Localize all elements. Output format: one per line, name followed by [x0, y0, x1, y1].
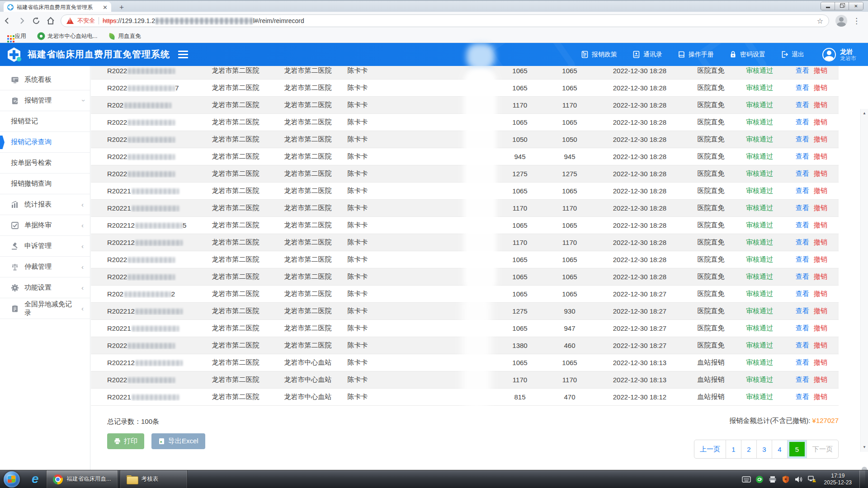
- export-excel-button[interactable]: x 导出Excel: [151, 433, 205, 449]
- revoke-link[interactable]: 撤销: [814, 84, 827, 91]
- view-link[interactable]: 查看: [796, 187, 809, 194]
- table-row[interactable]: R202212 龙岩市第二医院 龙岩市第二医院 陈卡卡 1170 1170 20…: [91, 234, 839, 251]
- restore-button[interactable]: [835, 2, 849, 10]
- pagination-prev[interactable]: 上一页: [694, 440, 726, 458]
- sidebar-item-arbitration[interactable]: 仲裁管理 ‹: [0, 257, 90, 277]
- pagination-next[interactable]: 下一页: [807, 440, 838, 458]
- volume-icon[interactable]: [794, 475, 803, 484]
- revoke-link[interactable]: 撤销: [814, 66, 827, 74]
- table-row[interactable]: R2022 龙岩市第二医院 龙岩市第二医院 陈卡卡 1050 1050 2022…: [91, 131, 839, 148]
- revoke-link[interactable]: 撤销: [814, 307, 827, 314]
- browser-menu-icon[interactable]: ⋮: [853, 16, 860, 26]
- sidebar-item-settings[interactable]: 功能设置 ‹: [0, 277, 90, 298]
- revoke-link[interactable]: 撤销: [814, 324, 827, 332]
- view-link[interactable]: 查看: [796, 358, 809, 366]
- minimize-button[interactable]: [821, 2, 835, 10]
- revoke-link[interactable]: 撤销: [814, 393, 827, 400]
- pagination-page-4[interactable]: 4: [772, 440, 788, 458]
- internet-explorer-icon[interactable]: e: [32, 472, 39, 486]
- table-row[interactable]: R2022 龙岩市第二医院 龙岩市第二医院 陈卡卡 1065 1065 2022…: [91, 268, 839, 286]
- table-row[interactable]: R2022 龙岩市第二医院 龙岩市第二医院 陈卡卡 945 945 2022-1…: [91, 148, 839, 165]
- view-link[interactable]: 查看: [796, 307, 809, 314]
- scroll-down-icon[interactable]: ▼: [861, 444, 868, 451]
- view-link[interactable]: 查看: [796, 152, 809, 160]
- printer-tray-icon[interactable]: [768, 475, 777, 484]
- pagination-page-5-active[interactable]: 5: [788, 440, 807, 458]
- security-shield-icon[interactable]: [781, 475, 790, 484]
- revoke-link[interactable]: 撤销: [814, 204, 827, 211]
- table-row[interactable]: R202212 龙岩市第二医院 龙岩市第二医院 陈卡卡 1275 930 202…: [91, 303, 839, 320]
- table-row[interactable]: R2022 龙岩市第二医院 龙岩市第二医院 陈卡卡 1065 1065 2022…: [91, 114, 839, 131]
- table-row[interactable]: R2022 龙岩市第二医院 龙岩市第二医院 陈卡卡 1065 1065 2022…: [91, 251, 839, 268]
- task-folder-window[interactable]: 考核表: [120, 470, 188, 488]
- revoke-link[interactable]: 撤销: [814, 375, 827, 383]
- security-warning-label[interactable]: 不安全: [77, 17, 95, 25]
- table-row[interactable]: R202212 龙岩市第二医院 龙岩市中心血站 陈卡卡 1065 1065 20…: [91, 354, 839, 371]
- keyboard-icon[interactable]: [742, 475, 751, 484]
- table-row[interactable]: R20221 龙岩市第二医院 龙岩市第二医院 陈卡卡 1065 1065 202…: [91, 183, 839, 200]
- nav-manual[interactable]: 操作手册: [678, 51, 714, 59]
- table-row[interactable]: R2022 龙岩市第二医院 龙岩市第二医院 陈卡卡 1275 1275 2022…: [91, 165, 839, 183]
- revoke-link[interactable]: 撤销: [814, 118, 827, 126]
- network-warning-icon[interactable]: !: [807, 475, 816, 484]
- revoke-link[interactable]: 撤销: [814, 341, 827, 349]
- revoke-link[interactable]: 撤销: [814, 221, 827, 229]
- show-desktop-button[interactable]: [859, 470, 865, 488]
- revoke-link[interactable]: 撤销: [814, 101, 827, 108]
- view-link[interactable]: 查看: [796, 101, 809, 108]
- pagination-page-1[interactable]: 1: [726, 440, 741, 458]
- revoke-link[interactable]: 撤销: [814, 135, 827, 143]
- browser-profile-icon[interactable]: [835, 15, 847, 27]
- back-icon[interactable]: [0, 14, 14, 28]
- view-link[interactable]: 查看: [796, 272, 809, 280]
- bookmark-blood-station[interactable]: 龙岩市中心血站电...: [38, 33, 97, 40]
- nav-contacts[interactable]: 通讯录: [632, 51, 662, 59]
- pagination-page-3[interactable]: 3: [757, 440, 772, 458]
- table-row[interactable]: R2022 龙岩市第二医院 龙岩市第二医院 陈卡卡 1065 1065 2022…: [91, 66, 839, 80]
- print-button[interactable]: 打印: [107, 433, 144, 449]
- home-icon[interactable]: [43, 14, 58, 28]
- nav-logout[interactable]: 退出: [781, 51, 804, 59]
- start-button[interactable]: [4, 471, 20, 488]
- view-link[interactable]: 查看: [796, 290, 809, 297]
- new-tab-button[interactable]: ＋: [116, 3, 127, 12]
- tab-close-icon[interactable]: ✕: [103, 4, 108, 11]
- revoke-link[interactable]: 撤销: [814, 169, 827, 177]
- browser-tab[interactable]: 福建省临床用血费用直免管理系 ✕: [4, 2, 111, 13]
- task-chrome-window[interactable]: 福建省临床用血...: [46, 470, 118, 488]
- pagination-page-2[interactable]: 2: [741, 440, 757, 458]
- view-link[interactable]: 查看: [796, 375, 809, 383]
- view-link[interactable]: 查看: [796, 135, 809, 143]
- table-row[interactable]: R20221 龙岩市第二医院 龙岩市第二医院 陈卡卡 1065 947 2022…: [91, 320, 839, 337]
- nav-reimburse-policy[interactable]: 报销政策: [581, 51, 617, 59]
- table-row[interactable]: R202 龙岩市第二医院 龙岩市第二医院 陈卡卡 1170 1170 2022-…: [91, 97, 839, 114]
- scroll-up-icon[interactable]: ▲: [861, 110, 868, 117]
- view-link[interactable]: 查看: [796, 341, 809, 349]
- sidebar-subitem-reimburse-register[interactable]: 报销登记: [0, 111, 90, 132]
- view-link[interactable]: 查看: [796, 169, 809, 177]
- revoke-link[interactable]: 撤销: [814, 187, 827, 194]
- revoke-link[interactable]: 撤销: [814, 255, 827, 263]
- sidebar-item-appeal[interactable]: 申诉管理 ‹: [0, 236, 90, 257]
- bookmark-star-icon[interactable]: ☆: [817, 17, 823, 25]
- revoke-link[interactable]: 撤销: [814, 238, 827, 246]
- sidebar-item-dashboard[interactable]: 系统看板: [0, 70, 90, 90]
- bookmark-blood-exemption[interactable]: 用血直免: [109, 33, 141, 40]
- antivirus-icon[interactable]: [755, 475, 764, 484]
- nav-password-settings[interactable]: 密码设置: [729, 51, 765, 59]
- table-row[interactable]: R20227 龙岩市第二医院 龙岩市第二医院 陈卡卡 1065 1065 202…: [91, 80, 839, 97]
- sidebar-item-national-records[interactable]: 全国异地减免记录 ‹: [0, 298, 90, 319]
- revoke-link[interactable]: 撤销: [814, 290, 827, 297]
- view-link[interactable]: 查看: [796, 238, 809, 246]
- view-link[interactable]: 查看: [796, 118, 809, 126]
- close-button[interactable]: ✕: [849, 2, 863, 10]
- table-row[interactable]: R2022 龙岩市第二医院 龙岩市第二医院 陈卡卡 1065 1065 2022…: [91, 286, 839, 303]
- hamburger-menu-icon[interactable]: [178, 51, 188, 58]
- view-link[interactable]: 查看: [796, 66, 809, 74]
- revoke-link[interactable]: 撤销: [814, 272, 827, 280]
- header-user[interactable]: 龙岩龙岩市: [822, 48, 856, 61]
- view-link[interactable]: 查看: [796, 393, 809, 400]
- sidebar-subitem-reimburse-record-query[interactable]: 报销记录查询: [0, 132, 90, 153]
- table-row[interactable]: R2022 龙岩市第二医院 龙岩市中心血站 陈卡卡 1170 1170 2022…: [91, 371, 839, 389]
- revoke-link[interactable]: 撤销: [814, 358, 827, 366]
